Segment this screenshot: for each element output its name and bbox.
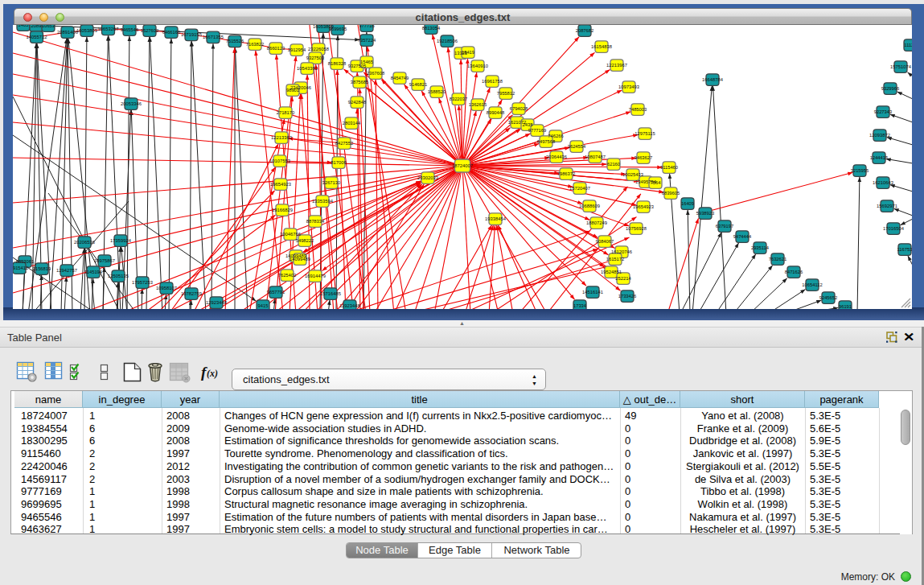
- svg-text:19218506: 19218506: [437, 39, 458, 43]
- svg-text:10958107: 10958107: [156, 286, 177, 290]
- svg-text:7986372: 7986372: [557, 171, 576, 176]
- svg-text:9327503: 9327503: [306, 56, 325, 60]
- svg-text:13640910: 13640910: [467, 64, 488, 68]
- svg-text:2367608: 2367608: [367, 71, 385, 76]
- svg-text:9227343: 9227343: [874, 109, 893, 114]
- svg-text:3875685: 3875685: [351, 80, 369, 84]
- svg-text:20053346: 20053346: [121, 101, 142, 106]
- svg-text:6794028: 6794028: [510, 106, 528, 111]
- svg-text:12975115: 12975115: [634, 131, 655, 136]
- svg-text:6466160: 6466160: [162, 30, 181, 35]
- svg-text:8878334: 8878334: [306, 219, 325, 224]
- svg-text:7632621: 7632621: [769, 257, 787, 262]
- svg-text:3624554: 3624554: [568, 144, 586, 149]
- svg-text:12942757: 12942757: [56, 268, 77, 273]
- svg-text:15465: 15465: [360, 60, 373, 64]
- svg-text:1527602: 1527602: [141, 28, 159, 33]
- svg-text:19524851: 19524851: [601, 270, 622, 274]
- svg-text:98901: 98901: [286, 88, 299, 93]
- svg-text:9474444: 9474444: [733, 234, 752, 239]
- svg-text:13353594: 13353594: [312, 199, 334, 204]
- svg-text:15419: 15419: [462, 50, 474, 55]
- svg-text:15692971: 15692971: [877, 204, 897, 208]
- svg-text:16409: 16409: [681, 201, 694, 206]
- svg-text:9465546: 9465546: [121, 27, 139, 32]
- svg-text:8471626: 8471626: [785, 270, 803, 274]
- svg-text:8454749: 8454749: [391, 76, 409, 80]
- svg-text:7955812: 7955812: [497, 91, 515, 96]
- svg-text:9329966: 9329966: [881, 86, 900, 91]
- svg-text:9657791: 9657791: [267, 290, 285, 295]
- svg-text:116753: 116753: [897, 247, 912, 252]
- svg-text:12505135: 12505135: [108, 274, 129, 278]
- svg-text:10756928: 10756928: [626, 226, 647, 231]
- svg-text:3215955: 3215955: [851, 168, 869, 173]
- svg-text:10719155: 10719155: [181, 32, 202, 37]
- svg-text:19166829: 19166829: [272, 208, 293, 212]
- svg-text:1405: 1405: [18, 25, 29, 27]
- svg-text:10782759: 10782759: [181, 291, 202, 296]
- svg-text:20364436: 20364436: [546, 154, 567, 159]
- svg-text:8427552: 8427552: [335, 141, 354, 146]
- svg-text:10653267: 10653267: [98, 27, 119, 31]
- svg-text:20891406: 20891406: [57, 30, 78, 35]
- svg-text:18724007: 18724007: [452, 163, 473, 168]
- svg-text:9699695: 9699695: [329, 27, 347, 31]
- svg-text:10543362: 10543362: [297, 66, 318, 71]
- svg-text:8322037: 8322037: [450, 97, 468, 101]
- svg-text:12213967: 12213967: [606, 63, 627, 68]
- svg-text:11123: 11123: [904, 43, 912, 47]
- svg-text:8990448: 8990448: [487, 110, 505, 115]
- svg-text:7485003: 7485003: [629, 107, 647, 112]
- svg-text:15716485: 15716485: [320, 291, 341, 296]
- svg-text:5938923: 5938923: [696, 211, 715, 216]
- svg-text:19654923: 19654923: [270, 182, 291, 187]
- svg-text:96191: 96191: [839, 304, 852, 309]
- svg-text:62160: 62160: [607, 162, 620, 167]
- svg-text:14516141: 14516141: [582, 290, 603, 295]
- svg-text:12923448: 12923448: [206, 300, 227, 305]
- svg-text:16120746: 16120746: [611, 249, 632, 254]
- svg-text:9245652: 9245652: [819, 295, 838, 300]
- svg-text:16961758: 16961758: [482, 79, 503, 84]
- svg-text:2435: 2435: [523, 122, 533, 127]
- svg-text:977716: 977716: [359, 25, 374, 28]
- svg-text:15720407: 15720407: [569, 186, 590, 191]
- svg-text:23302033: 23302033: [417, 175, 438, 180]
- svg-text:7163822: 7163822: [246, 42, 265, 47]
- svg-text:10654112: 10654112: [802, 282, 822, 287]
- svg-text:18807249: 18807249: [586, 220, 607, 225]
- svg-text:7564: 7564: [651, 180, 662, 185]
- svg-text:17957253: 17957253: [132, 280, 153, 285]
- svg-text:8660123: 8660123: [267, 46, 285, 51]
- svg-text:9777169: 9777169: [528, 128, 547, 133]
- svg-text:5498222: 5498222: [296, 238, 314, 243]
- svg-text:19654923: 19654923: [633, 204, 654, 209]
- svg-text:10975867: 10975867: [94, 258, 115, 263]
- svg-text:(x): (x): [207, 368, 218, 379]
- svg-text:16648784: 16648784: [702, 77, 724, 82]
- svg-text:9084067: 9084067: [596, 239, 614, 244]
- svg-text:1362615: 1362615: [469, 102, 487, 107]
- svg-text:10688609: 10688609: [579, 204, 600, 208]
- svg-text:252214: 252214: [615, 276, 631, 281]
- svg-text:19338454: 19338454: [485, 216, 507, 221]
- svg-text:9115460: 9115460: [660, 165, 678, 170]
- svg-text:6379197: 6379197: [716, 224, 734, 229]
- svg-text:15751074: 15751074: [890, 64, 912, 69]
- svg-text:1244415: 1244415: [870, 155, 889, 160]
- svg-text:1733426: 1733426: [618, 294, 637, 299]
- svg-text:10807487: 10807487: [585, 154, 606, 159]
- svg-text:817006: 817006: [331, 160, 346, 165]
- svg-text:10025433: 10025433: [622, 172, 643, 177]
- svg-text:2087682: 2087682: [576, 28, 594, 33]
- svg-text:746266: 746266: [548, 134, 563, 138]
- svg-text:16671355: 16671355: [203, 35, 224, 39]
- svg-text:10653: 10653: [42, 25, 55, 28]
- svg-text:9463627: 9463627: [634, 155, 653, 160]
- svg-text:6497568: 6497568: [537, 139, 556, 144]
- svg-text:9242848: 9242848: [348, 100, 367, 105]
- svg-text:9415: 9415: [258, 303, 269, 308]
- svg-text:9146821: 9146821: [409, 82, 428, 87]
- svg-text:16210643: 16210643: [873, 180, 893, 185]
